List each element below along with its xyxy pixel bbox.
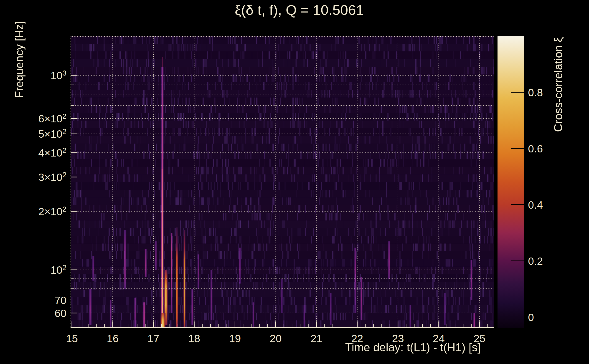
colorbar-tick-label: 0.2 [528,254,543,267]
colorbar-tick-mark [511,204,524,205]
colorbar-tick-label: 0 [528,311,534,323]
heatmap-plot-area [71,36,494,328]
x-axis-tick-labels: 1516171819202122232425 [0,332,589,348]
colorbar-tick-mark [511,92,524,93]
y-tick-label: 60 [55,307,66,319]
x-tick-label: 19 [229,332,241,345]
x-tick-label: 18 [188,332,200,345]
x-tick-label: 21 [310,332,322,345]
y-tick-label: 4×102 [38,146,66,159]
x-tick-label: 20 [270,332,281,345]
colorbar-tick-label: 0.4 [528,198,543,211]
y-tick-label: 102 [51,263,66,276]
x-tick-label: 24 [433,332,445,345]
colorbar-tick-labels: 0.80.60.40.20 [528,0,587,364]
y-axis-tick-labels: 1036×1025×1024×1023×1022×1021027060 [0,0,66,364]
y-tick-label: 103 [51,69,66,82]
colorbar-tick-mark [511,148,524,149]
colorbar-tick-mark [511,317,524,317]
heatmap-canvas [71,36,494,328]
y-tick-label: 70 [55,294,66,306]
y-tick-label: 3×102 [38,171,66,184]
x-tick-label: 22 [351,332,363,345]
chart-title: ξ(δ t, f), Q = 10.5061 [235,2,364,18]
y-tick-label: 2×102 [38,205,66,218]
x-tick-label: 15 [66,332,78,345]
x-tick-label: 23 [392,332,404,345]
colorbar-tick-mark [511,260,524,261]
y-tick-label: 5×102 [38,127,66,140]
colorbar-tick-label: 0.8 [528,86,543,98]
colorbar [497,36,524,328]
x-tick-label: 16 [107,332,118,345]
colorbar-tick-label: 0.6 [528,142,543,155]
x-tick-label: 25 [474,332,485,345]
x-tick-label: 17 [147,332,159,345]
y-tick-label: 6×102 [38,112,66,125]
qscan-cross-correlation-figure: ξ(δ t, f), Q = 10.5061 Frequency [Hz] Ti… [0,0,589,364]
